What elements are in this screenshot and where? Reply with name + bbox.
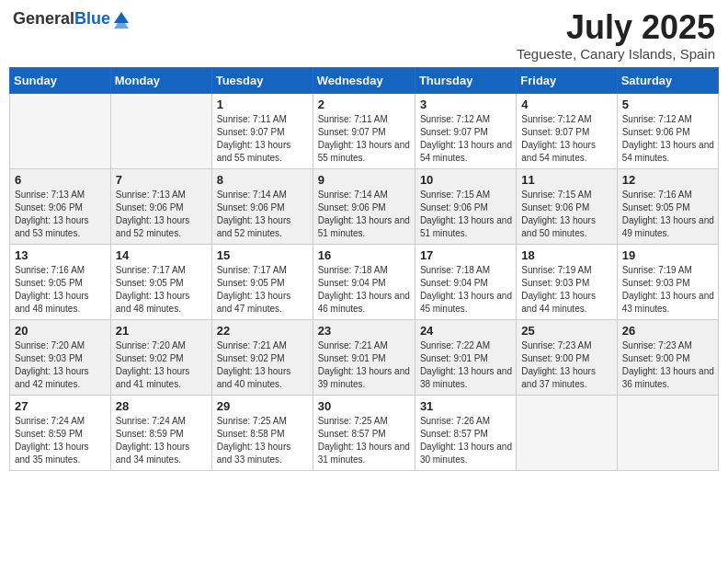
day-info: Sunrise: 7:12 AM Sunset: 9:06 PM Dayligh…: [622, 113, 714, 165]
day-number: 31: [420, 399, 512, 413]
day-info: Sunrise: 7:11 AM Sunset: 9:07 PM Dayligh…: [318, 113, 411, 165]
day-number: 7: [116, 173, 208, 187]
svg-marker-1: [114, 23, 129, 29]
day-number: 17: [420, 248, 512, 262]
calendar-cell: 20Sunrise: 7:20 AM Sunset: 9:03 PM Dayli…: [10, 319, 111, 395]
day-info: Sunrise: 7:12 AM Sunset: 9:07 PM Dayligh…: [420, 113, 512, 165]
calendar-cell: 29Sunrise: 7:25 AM Sunset: 8:58 PM Dayli…: [211, 395, 313, 470]
calendar-week-row: 13Sunrise: 7:16 AM Sunset: 9:05 PM Dayli…: [10, 244, 719, 319]
calendar-cell: 13Sunrise: 7:16 AM Sunset: 9:05 PM Dayli…: [10, 244, 111, 319]
calendar-cell: 21Sunrise: 7:20 AM Sunset: 9:02 PM Dayli…: [110, 319, 211, 395]
day-info: Sunrise: 7:23 AM Sunset: 9:00 PM Dayligh…: [622, 339, 714, 391]
day-number: 8: [217, 173, 309, 187]
day-number: 22: [217, 324, 309, 338]
day-number: 28: [116, 399, 208, 413]
calendar-cell: 23Sunrise: 7:21 AM Sunset: 9:01 PM Dayli…: [313, 319, 415, 395]
calendar-week-row: 27Sunrise: 7:24 AM Sunset: 8:59 PM Dayli…: [10, 395, 719, 470]
calendar-cell: 18Sunrise: 7:19 AM Sunset: 9:03 PM Dayli…: [517, 244, 617, 319]
day-number: 30: [318, 399, 411, 413]
weekday-header: Friday: [517, 67, 617, 93]
day-info: Sunrise: 7:16 AM Sunset: 9:05 PM Dayligh…: [622, 189, 714, 240]
day-info: Sunrise: 7:20 AM Sunset: 9:02 PM Dayligh…: [116, 339, 208, 391]
day-number: 24: [420, 324, 512, 338]
logo: GeneralBlue: [13, 9, 131, 29]
day-number: 4: [521, 98, 612, 111]
logo-blue: Blue: [74, 9, 110, 28]
day-info: Sunrise: 7:20 AM Sunset: 9:03 PM Dayligh…: [15, 339, 107, 391]
day-info: Sunrise: 7:14 AM Sunset: 9:06 PM Dayligh…: [318, 189, 411, 240]
day-number: 14: [116, 248, 208, 262]
calendar-header-row: SundayMondayTuesdayWednesdayThursdayFrid…: [10, 67, 719, 93]
calendar-cell: 8Sunrise: 7:14 AM Sunset: 9:06 PM Daylig…: [211, 168, 313, 244]
day-info: Sunrise: 7:13 AM Sunset: 9:06 PM Dayligh…: [116, 189, 208, 240]
day-number: 12: [622, 173, 714, 187]
svg-marker-0: [114, 12, 129, 23]
day-info: Sunrise: 7:24 AM Sunset: 8:59 PM Dayligh…: [116, 415, 208, 466]
calendar-cell: 3Sunrise: 7:12 AM Sunset: 9:07 PM Daylig…: [415, 93, 516, 168]
day-number: 18: [521, 248, 612, 262]
calendar-cell: 5Sunrise: 7:12 AM Sunset: 9:06 PM Daylig…: [617, 93, 718, 168]
day-info: Sunrise: 7:12 AM Sunset: 9:07 PM Dayligh…: [521, 113, 612, 165]
day-number: 21: [116, 324, 208, 338]
day-info: Sunrise: 7:24 AM Sunset: 8:59 PM Dayligh…: [15, 415, 107, 466]
day-info: Sunrise: 7:21 AM Sunset: 9:02 PM Dayligh…: [217, 339, 309, 391]
calendar-cell: 16Sunrise: 7:18 AM Sunset: 9:04 PM Dayli…: [313, 244, 415, 319]
calendar-cell: 28Sunrise: 7:24 AM Sunset: 8:59 PM Dayli…: [110, 395, 211, 470]
page-header: GeneralBlue July 2025 Tegueste, Canary I…: [9, 9, 719, 62]
day-info: Sunrise: 7:15 AM Sunset: 9:06 PM Dayligh…: [420, 189, 512, 240]
calendar-cell: 25Sunrise: 7:23 AM Sunset: 9:00 PM Dayli…: [517, 319, 617, 395]
day-info: Sunrise: 7:22 AM Sunset: 9:01 PM Dayligh…: [420, 339, 512, 391]
calendar-cell: [110, 93, 211, 168]
day-number: 25: [521, 324, 612, 338]
day-info: Sunrise: 7:25 AM Sunset: 8:57 PM Dayligh…: [318, 415, 411, 466]
day-number: 5: [622, 98, 714, 111]
calendar-cell: 14Sunrise: 7:17 AM Sunset: 9:05 PM Dayli…: [110, 244, 211, 319]
calendar-cell: 17Sunrise: 7:18 AM Sunset: 9:04 PM Dayli…: [415, 244, 516, 319]
calendar-cell: 31Sunrise: 7:26 AM Sunset: 8:57 PM Dayli…: [415, 395, 516, 470]
calendar-week-row: 20Sunrise: 7:20 AM Sunset: 9:03 PM Dayli…: [10, 319, 719, 395]
calendar-cell: 1Sunrise: 7:11 AM Sunset: 9:07 PM Daylig…: [211, 93, 313, 168]
day-info: Sunrise: 7:18 AM Sunset: 9:04 PM Dayligh…: [318, 264, 411, 316]
day-number: 11: [521, 173, 612, 187]
day-info: Sunrise: 7:16 AM Sunset: 9:05 PM Dayligh…: [15, 264, 107, 316]
calendar-cell: 11Sunrise: 7:15 AM Sunset: 9:06 PM Dayli…: [517, 168, 617, 244]
calendar-week-row: 1Sunrise: 7:11 AM Sunset: 9:07 PM Daylig…: [10, 93, 719, 168]
day-info: Sunrise: 7:11 AM Sunset: 9:07 PM Dayligh…: [217, 113, 309, 165]
day-number: 3: [420, 98, 512, 111]
day-number: 20: [15, 324, 107, 338]
day-info: Sunrise: 7:17 AM Sunset: 9:05 PM Dayligh…: [217, 264, 309, 316]
logo-general: General: [13, 9, 74, 28]
calendar-cell: 24Sunrise: 7:22 AM Sunset: 9:01 PM Dayli…: [415, 319, 516, 395]
month-year: July 2025: [517, 9, 715, 46]
day-number: 1: [217, 98, 309, 111]
day-number: 19: [622, 248, 714, 262]
calendar-cell: 27Sunrise: 7:24 AM Sunset: 8:59 PM Dayli…: [10, 395, 111, 470]
calendar-cell: 2Sunrise: 7:11 AM Sunset: 9:07 PM Daylig…: [313, 93, 415, 168]
day-number: 2: [318, 98, 411, 111]
calendar-cell: 19Sunrise: 7:19 AM Sunset: 9:03 PM Dayli…: [617, 244, 718, 319]
calendar-cell: 10Sunrise: 7:15 AM Sunset: 9:06 PM Dayli…: [415, 168, 516, 244]
calendar-cell: 4Sunrise: 7:12 AM Sunset: 9:07 PM Daylig…: [517, 93, 617, 168]
calendar-cell: 12Sunrise: 7:16 AM Sunset: 9:05 PM Dayli…: [617, 168, 718, 244]
day-number: 13: [15, 248, 107, 262]
day-info: Sunrise: 7:18 AM Sunset: 9:04 PM Dayligh…: [420, 264, 512, 316]
calendar-table: SundayMondayTuesdayWednesdayThursdayFrid…: [9, 67, 719, 471]
weekday-header: Wednesday: [313, 67, 415, 93]
calendar-cell: 9Sunrise: 7:14 AM Sunset: 9:06 PM Daylig…: [313, 168, 415, 244]
day-info: Sunrise: 7:17 AM Sunset: 9:05 PM Dayligh…: [116, 264, 208, 316]
title-block: July 2025 Tegueste, Canary Islands, Spai…: [517, 9, 715, 62]
calendar-cell: [10, 93, 111, 168]
day-info: Sunrise: 7:25 AM Sunset: 8:58 PM Dayligh…: [217, 415, 309, 466]
day-number: 23: [318, 324, 411, 338]
day-info: Sunrise: 7:23 AM Sunset: 9:00 PM Dayligh…: [521, 339, 612, 391]
day-number: 27: [15, 399, 107, 413]
day-info: Sunrise: 7:21 AM Sunset: 9:01 PM Dayligh…: [318, 339, 411, 391]
location: Tegueste, Canary Islands, Spain: [517, 46, 715, 62]
weekday-header: Monday: [110, 67, 211, 93]
calendar-cell: 15Sunrise: 7:17 AM Sunset: 9:05 PM Dayli…: [211, 244, 313, 319]
day-info: Sunrise: 7:14 AM Sunset: 9:06 PM Dayligh…: [217, 189, 309, 240]
calendar-cell: [517, 395, 617, 470]
day-number: 6: [15, 173, 107, 187]
day-info: Sunrise: 7:15 AM Sunset: 9:06 PM Dayligh…: [521, 189, 612, 240]
day-info: Sunrise: 7:13 AM Sunset: 9:06 PM Dayligh…: [15, 189, 107, 240]
